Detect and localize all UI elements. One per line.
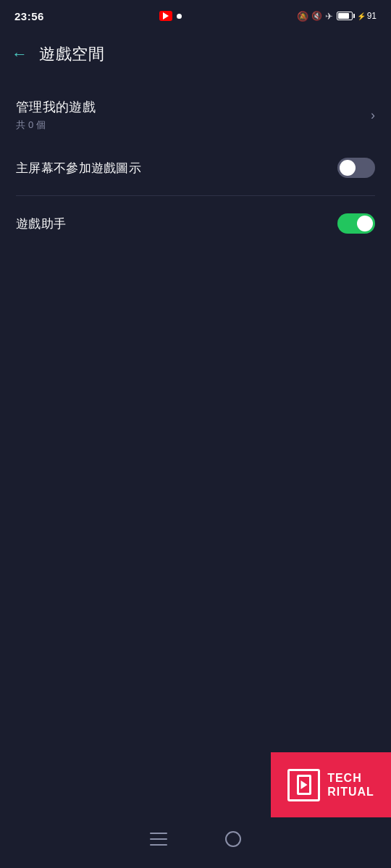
toggle-knob xyxy=(340,160,356,176)
hide-from-home-toggle[interactable] xyxy=(337,158,375,178)
status-right-icons: 🔕 🔇 ✈ ⚡ 91 xyxy=(297,11,377,22)
signal-icons: 🔕 🔇 ✈ xyxy=(297,11,333,22)
menu-line-2 xyxy=(150,838,167,840)
battery-indicator: ⚡ 91 xyxy=(337,11,377,21)
back-button[interactable]: ← xyxy=(12,46,28,62)
nav-menu-button[interactable] xyxy=(150,833,167,846)
dot-indicator xyxy=(177,14,182,19)
menu-line-1 xyxy=(150,833,167,834)
settings-content: 管理我的遊戲 共 0 個 › 主屏幕不參加遊戲圖示 遊戲助手 xyxy=(0,80,391,255)
watermark: TECH RITUAL xyxy=(271,752,391,817)
game-assistant-row: 遊戲助手 xyxy=(0,199,391,248)
battery-fill xyxy=(338,13,349,19)
manage-games-subtitle: 共 0 個 xyxy=(16,119,96,132)
battery-percent: 91 xyxy=(367,11,377,21)
menu-line-3 xyxy=(150,844,167,846)
hide-from-home-row: 主屏幕不參加遊戲圖示 xyxy=(0,143,391,192)
game-assistant-toggle[interactable] xyxy=(337,213,375,234)
manage-games-text: 管理我的遊戲 共 0 個 xyxy=(16,98,96,132)
watermark-logo xyxy=(287,769,320,801)
battery-bolt-icon: ⚡ xyxy=(357,12,366,20)
page-title: 遊戲空間 xyxy=(39,43,104,65)
divider xyxy=(16,195,375,196)
manage-games-row[interactable]: 管理我的遊戲 共 0 個 › xyxy=(0,87,391,143)
watermark-logo-inner xyxy=(297,775,311,795)
status-time: 23:56 xyxy=(14,10,44,22)
volume-off-icon: 🔇 xyxy=(311,11,322,21)
chevron-right-icon: › xyxy=(371,109,375,122)
nav-home-button[interactable] xyxy=(225,831,241,847)
battery-body xyxy=(337,12,353,20)
youtube-icon xyxy=(159,11,172,21)
status-center-icons xyxy=(159,11,182,21)
page-header: ← 遊戲空間 xyxy=(0,29,391,80)
menu-lines-icon xyxy=(150,833,167,846)
nav-bar xyxy=(0,817,391,868)
no-sim-icon: 🔕 xyxy=(297,11,308,22)
watermark-name: RITUAL xyxy=(327,785,374,799)
toggle-knob-on xyxy=(357,216,373,231)
airplane-icon: ✈ xyxy=(325,11,333,22)
manage-games-title: 管理我的遊戲 xyxy=(16,98,96,116)
hide-from-home-label: 主屏幕不參加遊戲圖示 xyxy=(16,160,337,176)
watermark-text: TECH RITUAL xyxy=(327,771,374,799)
watermark-brand: TECH xyxy=(327,771,362,785)
game-assistant-label: 遊戲助手 xyxy=(16,216,337,232)
status-bar: 23:56 🔕 🔇 ✈ ⚡ 91 xyxy=(0,0,391,29)
home-circle-icon xyxy=(225,831,241,847)
battery-tip xyxy=(353,14,355,18)
